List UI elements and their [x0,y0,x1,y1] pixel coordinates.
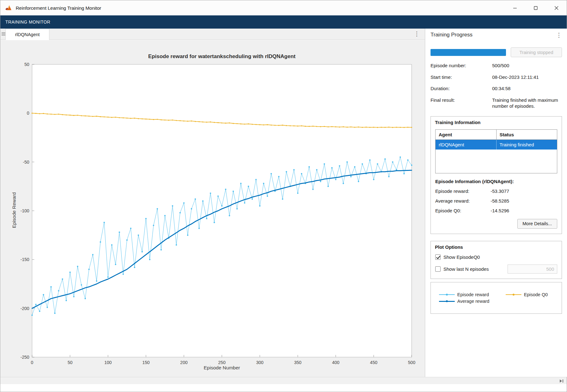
episode-reward-chart[interactable]: 050100150200250300350400450500-250-200-1… [0,40,425,377]
field-start-time: Start time: 08-Dec-2023 12:11:41 [431,74,562,80]
episode-q0-swatch-icon [506,293,521,297]
training-information-title: Training Information [431,117,562,125]
training-progress-bar [431,49,506,56]
agent-status-table: Agent Status rlDQNAgent Training finishe… [435,129,557,173]
show-episodeq0-row: Show EpisodeQ0 [435,254,557,260]
field-value: 500/500 [492,63,562,69]
svg-text:200: 200 [180,360,188,365]
grip-icon[interactable] [2,32,5,36]
training-information-box: Training Information Agent Status rlDQNA… [431,116,562,234]
svg-text:300: 300 [256,360,264,365]
status-cell: Training finished [497,140,557,150]
close-button[interactable] [546,0,567,15]
y-axis-label: Episode Reward [11,163,18,257]
document-tab-bar: rlDQNAgent ⋮ [0,29,425,40]
table-header-row: Agent Status [436,130,557,140]
field-label: Start time: [431,74,492,80]
tab-rldqnagent[interactable]: rlDQNAgent [5,29,49,40]
average-reward-swatch-icon [439,299,455,303]
svg-text:350: 350 [294,360,302,365]
agent-status-row[interactable]: rlDQNAgent Training finished [436,140,557,150]
ribbon-tab-training-monitor[interactable]: TRAINING MONITOR [0,19,55,24]
agent-cell: rlDQNAgent [436,140,497,150]
training-progress-panel: Training Progress ⋮ Training stopped Epi… [425,29,567,377]
field-label: Episode Q0: [435,208,491,213]
svg-text:450: 450 [370,360,378,365]
svg-text:500: 500 [408,360,415,365]
field-label: Average reward: [435,198,491,204]
field-episode-reward: Episode reward: -53.3077 [435,188,557,194]
field-value: 00:34:58 [492,85,562,92]
episode-information-title: Episode Information (rlDQNAgent): [435,179,557,184]
legend-label: Episode reward [457,292,489,297]
figure-area: 050100150200250300350400450500-250-200-1… [0,40,425,377]
field-average-reward: Average reward: -58.5285 [435,198,557,204]
show-episodeq0-checkbox[interactable] [435,254,441,260]
column-header-status: Status [497,130,557,140]
svg-text:-200: -200 [20,306,29,311]
field-final-result: Final result: Training finished with max… [431,97,562,109]
last-n-episodes-input [508,264,557,274]
svg-text:-50: -50 [23,160,29,165]
svg-text:-100: -100 [20,208,29,213]
legend-entry: Episode reward [439,292,506,297]
plot-options-title: Plot Options [431,241,562,250]
panel-title: Training Progress [431,32,473,38]
panel-kebab-menu-icon[interactable]: ⋮ [556,32,562,38]
field-value: -53.3077 [491,188,509,194]
skip-to-end-icon [559,379,564,383]
app-window: Reinforcement Learning Training Monitor … [0,0,567,392]
chart-kebab-menu-icon[interactable]: ⋮ [414,31,420,37]
chart-legend: Episode reward Episode Q0 Average reward [431,282,562,314]
svg-text:-250: -250 [20,355,29,360]
window-controls [504,0,567,15]
more-details-button[interactable]: More Details... [517,219,557,229]
training-stopped-button: Training stopped [511,47,562,57]
maximize-button[interactable] [525,0,546,15]
maximize-icon [534,6,538,10]
ribbon-bar: TRAINING MONITOR [0,15,567,29]
legend-label: Average reward [457,299,489,304]
field-episode-number: Episode number: 500/500 [431,63,562,69]
svg-text:400: 400 [332,360,340,365]
field-value: 08-Dec-2023 12:11:41 [492,74,562,80]
svg-text:0: 0 [27,111,29,116]
svg-text:50: 50 [68,360,73,365]
svg-text:250: 250 [218,360,226,365]
svg-text:100: 100 [104,360,112,365]
svg-text:150: 150 [142,360,150,365]
column-header-agent: Agent [436,130,497,140]
episode-reward-swatch-icon [439,293,455,297]
svg-text:-150: -150 [20,257,29,262]
show-last-n-row: Show last N episodes [435,264,557,274]
title-bar: Reinforcement Learning Training Monitor [0,0,567,15]
x-axis-label: Episode Number [32,365,412,371]
minimize-button[interactable] [504,0,525,15]
chart-title: Episode reward for watertankscheduling w… [32,53,412,60]
svg-text:0: 0 [31,360,33,365]
tab-label: rlDQNAgent [15,32,40,37]
matlab-icon [5,4,12,12]
progress-fill [431,49,506,56]
field-label: Episode number: [431,63,492,69]
minimize-icon [513,6,517,10]
horizontal-scrollbar[interactable] [0,377,567,384]
svg-text:50: 50 [24,62,29,67]
field-value: Training finished with maximum number of… [492,97,562,109]
show-episodeq0-label: Show EpisodeQ0 [443,254,480,260]
scroll-to-end-button[interactable] [558,378,565,384]
legend-entry: Average reward [439,299,506,304]
field-label: Final result: [431,97,492,109]
field-label: Duration: [431,85,492,92]
legend-entry: Episode Q0 [506,292,548,297]
field-value: -58.5285 [491,198,509,204]
plot-options-box: Plot Options Show EpisodeQ0 Show last N … [431,241,562,279]
field-episode-q0: Episode Q0: -14.5296 [435,208,557,213]
show-lastn-checkbox[interactable] [435,266,441,272]
close-icon [554,6,559,10]
window-title: Reinforcement Learning Training Monitor [16,5,101,11]
field-label: Episode reward: [435,188,491,194]
show-lastn-label: Show last N episodes [443,266,489,272]
field-duration: Duration: 00:34:58 [431,85,562,92]
field-value: -14.5296 [491,208,509,213]
